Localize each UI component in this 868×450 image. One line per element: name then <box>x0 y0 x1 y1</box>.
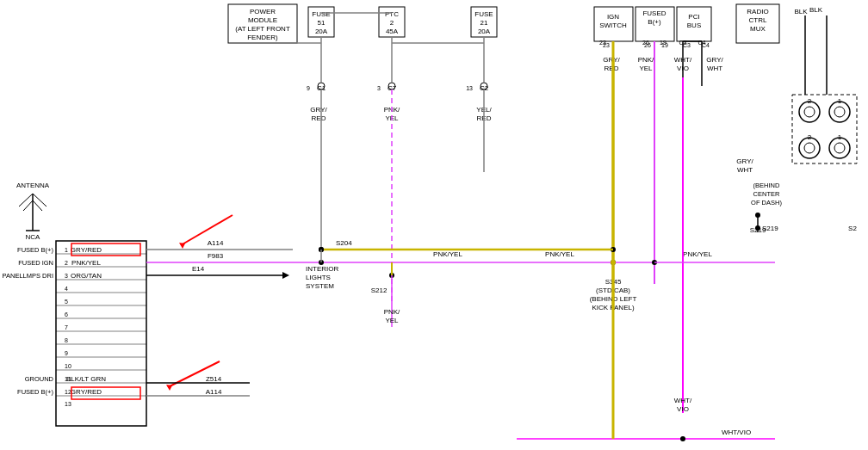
svg-text:GRY/: GRY/ <box>310 106 327 114</box>
svg-text:10: 10 <box>65 363 71 369</box>
svg-text:PNK/: PNK/ <box>384 308 400 316</box>
svg-text:NCA: NCA <box>26 233 41 241</box>
svg-text:23: 23 <box>603 42 610 48</box>
svg-text:S2: S2 <box>848 225 857 232</box>
diagram-svg: POWER MODULE (AT LEFT FRONT FENDER) FUSE… <box>0 0 868 450</box>
svg-text:WHT/: WHT/ <box>674 56 692 64</box>
svg-text:PNK/YEL: PNK/YEL <box>433 250 462 258</box>
svg-text:3: 3 <box>65 273 68 279</box>
svg-text:IGN: IGN <box>607 13 619 21</box>
svg-text:VIO: VIO <box>677 405 689 413</box>
svg-text:26: 26 <box>644 42 651 48</box>
svg-text:MODULE: MODULE <box>248 16 277 24</box>
svg-text:S204: S204 <box>336 239 352 247</box>
svg-text:S219: S219 <box>762 225 778 232</box>
svg-point-198 <box>755 213 760 218</box>
svg-text:PNK/YEL: PNK/YEL <box>683 250 712 258</box>
svg-text:2: 2 <box>390 19 394 27</box>
svg-text:E14: E14 <box>192 265 205 273</box>
svg-text:POWER: POWER <box>250 8 276 15</box>
svg-text:S212: S212 <box>371 287 388 294</box>
svg-text:CTRL: CTRL <box>749 16 767 24</box>
svg-text:RED: RED <box>312 114 326 122</box>
svg-text:8: 8 <box>65 337 68 343</box>
svg-text:19: 19 <box>661 42 668 48</box>
svg-text:BLK: BLK <box>809 6 823 14</box>
svg-text:C3: C3 <box>683 42 691 48</box>
svg-text:OF DASH): OF DASH) <box>751 199 782 207</box>
svg-text:LIGHTS: LIGHTS <box>306 274 331 281</box>
svg-text:3: 3 <box>377 85 381 91</box>
svg-text:ANTENNA: ANTENNA <box>16 182 50 189</box>
svg-text:BLK: BLK <box>794 8 808 15</box>
svg-text:B(+): B(+) <box>648 18 661 26</box>
svg-text:(AT LEFT FRONT: (AT LEFT FRONT <box>235 25 290 33</box>
svg-text:WHT/: WHT/ <box>674 397 692 404</box>
svg-text:FUSED B(+): FUSED B(+) <box>17 246 53 254</box>
svg-text:A114: A114 <box>208 239 224 247</box>
svg-text:RED: RED <box>604 65 619 72</box>
svg-text:GRY/: GRY/ <box>706 56 723 64</box>
svg-text:SYSTEM: SYSTEM <box>306 282 334 290</box>
svg-text:PNK/YEL: PNK/YEL <box>71 259 101 267</box>
svg-text:FUSED IGN: FUSED IGN <box>18 259 53 267</box>
svg-text:SWITCH: SWITCH <box>599 22 627 29</box>
svg-text:9: 9 <box>65 350 68 356</box>
svg-text:1: 1 <box>65 247 68 253</box>
svg-text:GRY/: GRY/ <box>736 157 753 165</box>
svg-text:C4: C4 <box>702 42 710 48</box>
svg-text:RADIO: RADIO <box>747 8 768 15</box>
svg-text:YEL: YEL <box>385 317 399 324</box>
svg-text:PNK/: PNK/ <box>638 56 654 64</box>
svg-text:4: 4 <box>65 286 68 292</box>
svg-text:21: 21 <box>480 19 488 27</box>
svg-text:PNK/YEL: PNK/YEL <box>545 250 574 258</box>
svg-text:FUSE: FUSE <box>312 10 330 18</box>
svg-text:(BEHIND: (BEHIND <box>753 182 780 189</box>
svg-text:CENTER: CENTER <box>753 190 780 198</box>
svg-point-177 <box>680 436 685 441</box>
svg-text:A114: A114 <box>206 388 222 396</box>
svg-text:5: 5 <box>65 299 68 305</box>
svg-text:13: 13 <box>466 85 473 91</box>
svg-text:PANELLMPS DRI: PANELLMPS DRI <box>3 272 53 280</box>
svg-text:13: 13 <box>65 401 71 407</box>
svg-text:BLK/LT GRN: BLK/LT GRN <box>66 375 106 383</box>
svg-point-184 <box>611 260 616 265</box>
svg-text:2: 2 <box>65 260 68 266</box>
svg-text:YEL: YEL <box>639 65 653 72</box>
svg-text:F983: F983 <box>208 252 224 260</box>
svg-text:9: 9 <box>307 85 310 91</box>
svg-text:20A: 20A <box>315 28 328 35</box>
svg-text:45A: 45A <box>386 28 399 35</box>
svg-text:WHT: WHT <box>707 65 722 72</box>
svg-text:ORG/TAN: ORG/TAN <box>71 272 102 280</box>
svg-text:51: 51 <box>318 19 326 27</box>
svg-text:20A: 20A <box>478 28 491 35</box>
svg-text:PCI: PCI <box>688 13 699 21</box>
svg-text:FUSE: FUSE <box>474 10 493 18</box>
svg-text:Z514: Z514 <box>206 375 222 383</box>
svg-text:PTC: PTC <box>385 10 399 18</box>
svg-text:VIO: VIO <box>677 65 689 72</box>
svg-text:FENDER): FENDER) <box>247 34 278 41</box>
svg-rect-0 <box>0 0 868 450</box>
svg-text:BUS: BUS <box>687 22 701 29</box>
wiring-diagram: POWER MODULE (AT LEFT FRONT FENDER) FUSE… <box>0 0 868 450</box>
svg-text:WHT: WHT <box>737 166 753 174</box>
svg-text:GRY/RED: GRY/RED <box>71 388 102 396</box>
svg-text:GROUND: GROUND <box>25 375 54 383</box>
svg-text:INTERIOR: INTERIOR <box>306 265 338 273</box>
svg-text:FUSED B(+): FUSED B(+) <box>17 388 53 396</box>
svg-text:GRY/RED: GRY/RED <box>71 246 102 254</box>
svg-text:WHT/VIO: WHT/VIO <box>722 428 751 436</box>
svg-text:7: 7 <box>65 324 68 330</box>
svg-text:MUX: MUX <box>750 25 766 33</box>
svg-text:GRY/: GRY/ <box>603 56 620 64</box>
svg-text:FUSED: FUSED <box>642 9 666 17</box>
svg-text:6: 6 <box>65 311 68 317</box>
